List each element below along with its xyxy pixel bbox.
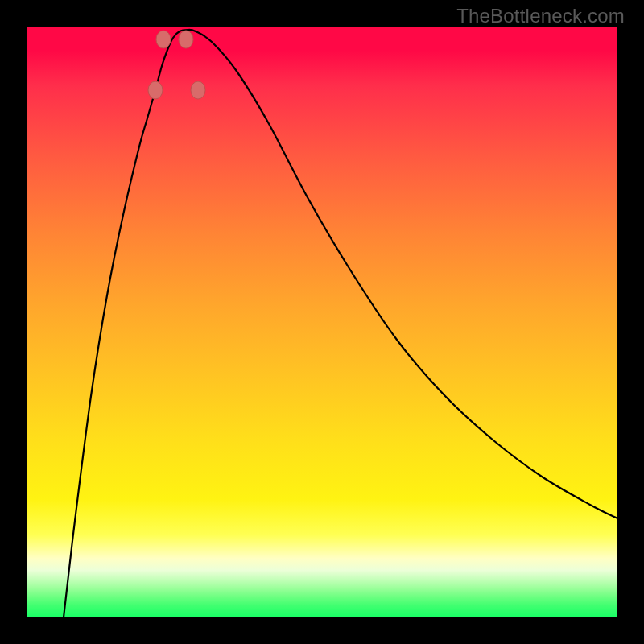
marker-group bbox=[148, 31, 205, 99]
curve-marker-2 bbox=[156, 31, 171, 48]
plot-area bbox=[27, 27, 617, 617]
curve-marker-1 bbox=[191, 81, 205, 99]
chart-frame: TheBottleneck.com bbox=[0, 0, 644, 644]
curve-marker-0 bbox=[148, 81, 163, 99]
curve-marker-3 bbox=[179, 31, 193, 48]
v-curve-plot bbox=[27, 27, 617, 617]
attribution-text: TheBottleneck.com bbox=[456, 5, 625, 27]
v-curve-path bbox=[64, 30, 617, 617]
